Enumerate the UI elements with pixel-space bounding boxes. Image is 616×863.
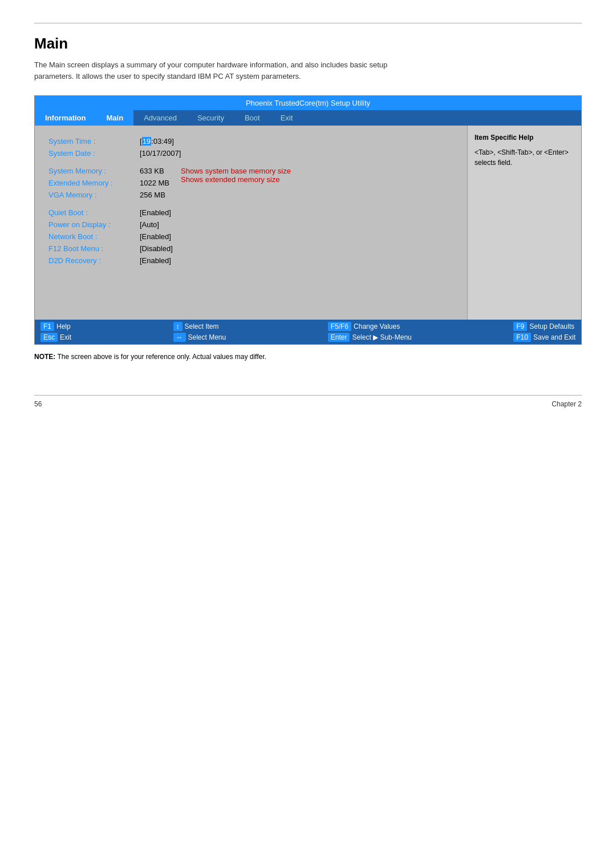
bottom-footer: 56 Chapter 2 bbox=[34, 395, 582, 408]
nav-tab-security[interactable]: Security bbox=[187, 110, 234, 126]
status-f5f6: F5/F6 Change Values bbox=[328, 322, 412, 331]
nav-tab-information[interactable]: Information bbox=[35, 110, 96, 126]
field-value-system-memory: 633 KB bbox=[140, 167, 164, 175]
field-label-quiet-boot: Quiet Boot : bbox=[48, 208, 140, 217]
page-title: Main bbox=[34, 35, 582, 53]
footer-chapter: Chapter 2 bbox=[552, 400, 582, 408]
field-extended-memory: Extended Memory : 1022 MB bbox=[48, 179, 169, 187]
field-value-power-on-display[interactable]: [Auto] bbox=[140, 220, 159, 229]
field-value-f12-boot-menu[interactable]: [Disabled] bbox=[140, 244, 173, 253]
nav-tab-exit[interactable]: Exit bbox=[270, 110, 303, 126]
status-esc: Esc Exit bbox=[40, 333, 71, 342]
key-updown-label: Select Item bbox=[185, 322, 219, 330]
field-network-boot: Network Boot : [Enabled] bbox=[48, 232, 453, 241]
statusbar-col-1: F1 Help Esc Exit bbox=[40, 322, 71, 342]
key-updown: ↕ bbox=[173, 322, 183, 331]
field-value-d2d-recovery[interactable]: [Enabled] bbox=[140, 256, 171, 265]
field-system-date: System Date : [10/17/2007] bbox=[48, 149, 453, 158]
status-leftright: ↔ Select Menu bbox=[173, 333, 226, 342]
field-value-extended-memory: 1022 MB bbox=[140, 179, 169, 187]
tooltip-extended-memory: Shows extended memory size bbox=[181, 175, 291, 184]
field-vga-memory: VGA Memory : 256 MB bbox=[48, 191, 169, 199]
tooltip-system-memory: Shows system base memory size bbox=[181, 167, 291, 175]
field-label-f12-boot-menu: F12 Boot Menu : bbox=[48, 244, 140, 253]
page-description: The Main screen displays a summary of yo… bbox=[34, 59, 582, 82]
field-value-system-date[interactable]: [10/17/2007] bbox=[140, 149, 181, 158]
key-f10: F10 bbox=[513, 333, 531, 342]
field-value-quiet-boot[interactable]: [Enabled] bbox=[140, 208, 171, 217]
field-system-time: System Time : [19:03:49] bbox=[48, 137, 453, 146]
nav-tab-main[interactable]: Main bbox=[96, 110, 134, 126]
field-value-network-boot[interactable]: [Enabled] bbox=[140, 232, 171, 241]
key-f9: F9 bbox=[513, 322, 527, 331]
field-label-system-memory: System Memory : bbox=[48, 167, 140, 175]
key-esc: Esc bbox=[40, 333, 58, 342]
key-esc-label: Exit bbox=[60, 333, 71, 341]
field-f12-boot-menu: F12 Boot Menu : [Disabled] bbox=[48, 244, 453, 253]
nav-tab-boot[interactable]: Boot bbox=[234, 110, 270, 126]
bios-titlebar: Phoenix TrustedCore(tm) Setup Utility bbox=[35, 96, 581, 110]
key-leftright-label: Select Menu bbox=[188, 333, 226, 341]
bios-body: System Time : [19:03:49] System Date : [… bbox=[35, 126, 581, 320]
footer-page-number: 56 bbox=[34, 400, 42, 408]
field-d2d-recovery: D2D Recovery : [Enabled] bbox=[48, 256, 453, 265]
note: NOTE: The screen above is for your refer… bbox=[34, 353, 582, 361]
top-divider bbox=[34, 23, 582, 23]
key-leftright: ↔ bbox=[173, 333, 186, 342]
field-label-power-on-display: Power on Display : bbox=[48, 220, 140, 229]
help-panel-title: Item Specific Help bbox=[475, 134, 574, 142]
memory-section: System Memory : 633 KB Extended Memory :… bbox=[48, 167, 453, 203]
field-power-on-display: Power on Display : [Auto] bbox=[48, 220, 453, 229]
statusbar-col-3: F5/F6 Change Values Enter Select ▶ Sub-M… bbox=[328, 322, 412, 342]
bios-help-panel: Item Specific Help <Tab>, <Shift-Tab>, o… bbox=[467, 126, 581, 320]
field-quiet-boot: Quiet Boot : [Enabled] bbox=[48, 208, 453, 217]
bios-container: Phoenix TrustedCore(tm) Setup Utility In… bbox=[34, 95, 582, 345]
statusbar-col-2: ↕ Select Item ↔ Select Menu bbox=[173, 322, 226, 342]
statusbar-col-4: F9 Setup Defaults F10 Save and Exit bbox=[513, 322, 576, 342]
field-value-system-time[interactable]: [19:03:49] bbox=[140, 137, 174, 146]
status-f9: F9 Setup Defaults bbox=[513, 322, 576, 331]
key-f10-label: Save and Exit bbox=[533, 333, 576, 341]
bios-left-panel: System Time : [19:03:49] System Date : [… bbox=[35, 126, 467, 320]
field-system-memory: System Memory : 633 KB bbox=[48, 167, 169, 175]
memory-values: System Memory : 633 KB Extended Memory :… bbox=[48, 167, 169, 203]
field-label-vga-memory: VGA Memory : bbox=[48, 191, 140, 199]
key-enter: Enter bbox=[328, 333, 350, 342]
field-value-vga-memory: 256 MB bbox=[140, 191, 165, 199]
key-f5f6-label: Change Values bbox=[354, 322, 400, 330]
field-label-system-time: System Time : bbox=[48, 137, 140, 146]
nav-tab-advanced[interactable]: Advanced bbox=[133, 110, 187, 126]
key-enter-label: Select ▶ Sub-Menu bbox=[352, 333, 411, 341]
memory-tooltip-block: Shows system base memory size Shows exte… bbox=[181, 167, 291, 184]
bios-statusbar: F1 Help Esc Exit ↕ Select Item ↔ Select … bbox=[35, 320, 581, 344]
key-f1: F1 bbox=[40, 322, 54, 331]
status-f10: F10 Save and Exit bbox=[513, 333, 576, 342]
status-enter: Enter Select ▶ Sub-Menu bbox=[328, 333, 412, 342]
note-bold: NOTE: bbox=[34, 353, 55, 361]
key-f5f6: F5/F6 bbox=[328, 322, 351, 331]
field-label-network-boot: Network Boot : bbox=[48, 232, 140, 241]
key-f9-label: Setup Defaults bbox=[529, 322, 574, 330]
note-text: The screen above is for your reference o… bbox=[55, 353, 266, 361]
field-label-extended-memory: Extended Memory : bbox=[48, 179, 140, 187]
key-f1-label: Help bbox=[56, 322, 71, 330]
bios-nav: Information Main Advanced Security Boot … bbox=[35, 110, 581, 126]
status-f1: F1 Help bbox=[40, 322, 71, 331]
field-label-d2d-recovery: D2D Recovery : bbox=[48, 256, 140, 265]
field-label-system-date: System Date : bbox=[48, 149, 140, 158]
help-panel-text: <Tab>, <Shift-Tab>, or <Enter> selects f… bbox=[475, 147, 574, 168]
status-updown: ↕ Select Item bbox=[173, 322, 226, 331]
